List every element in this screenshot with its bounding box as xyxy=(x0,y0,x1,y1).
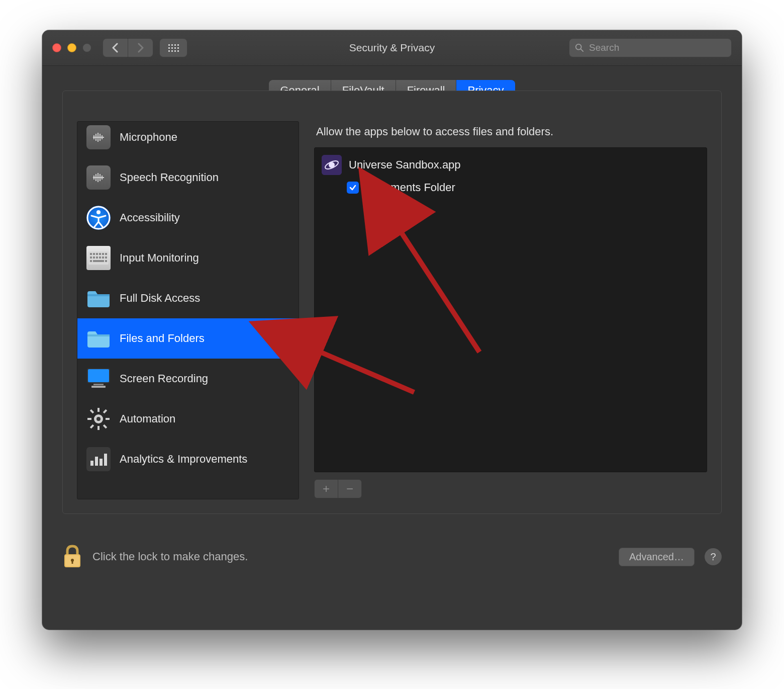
search-icon xyxy=(575,43,584,52)
lock-text: Click the lock to make changes. xyxy=(92,550,609,563)
sidebar-item-label: Full Disk Access xyxy=(120,292,200,305)
svg-rect-16 xyxy=(105,256,107,259)
svg-point-32 xyxy=(96,417,101,421)
svg-rect-5 xyxy=(90,253,92,255)
sidebar-item-label: Microphone xyxy=(120,131,177,144)
svg-point-39 xyxy=(329,162,335,168)
svg-rect-26 xyxy=(87,418,91,420)
app-permission-row[interactable]: Documents Folder xyxy=(347,181,700,194)
preferences-window: Security & Privacy General FileVault Fir… xyxy=(42,30,742,630)
svg-rect-17 xyxy=(90,260,92,262)
keyboard-icon xyxy=(86,246,111,270)
sidebar-item-label: Automation xyxy=(120,412,175,425)
svg-rect-8 xyxy=(99,253,101,255)
sidebar-item-full-disk-access[interactable]: Full Disk Access xyxy=(77,278,299,318)
add-remove-buttons: + − xyxy=(314,479,707,498)
svg-rect-22 xyxy=(91,386,106,388)
svg-rect-7 xyxy=(96,253,98,255)
forward-button[interactable] xyxy=(128,38,153,57)
minimize-window-button[interactable] xyxy=(67,43,76,52)
microphone-icon xyxy=(86,125,111,149)
svg-rect-19 xyxy=(105,260,107,262)
search-field[interactable] xyxy=(569,38,732,57)
svg-point-0 xyxy=(576,44,581,50)
sidebar-item-accessibility[interactable]: Accessibility xyxy=(77,198,299,238)
svg-rect-11 xyxy=(90,256,92,259)
app-name: Universe Sandbox.app xyxy=(349,158,461,171)
sidebar-item-label: Speech Recognition xyxy=(120,171,219,184)
svg-rect-13 xyxy=(96,256,98,259)
app-icon xyxy=(322,155,342,175)
svg-rect-6 xyxy=(93,253,95,255)
svg-rect-44 xyxy=(72,560,73,564)
svg-rect-21 xyxy=(93,384,104,385)
back-button[interactable] xyxy=(103,38,128,57)
zoom-window-button[interactable] xyxy=(82,43,91,52)
svg-rect-31 xyxy=(90,424,94,428)
traffic-lights xyxy=(52,43,91,52)
sidebar-item-files-and-folders[interactable]: Files and Folders xyxy=(77,318,299,359)
svg-rect-27 xyxy=(106,418,110,420)
gear-icon xyxy=(86,407,111,431)
grid-icon xyxy=(168,44,179,52)
show-all-button[interactable] xyxy=(159,38,187,57)
sidebar-item-label: Accessibility xyxy=(120,211,180,224)
svg-point-3 xyxy=(96,210,101,214)
remove-app-button[interactable]: − xyxy=(338,479,362,498)
svg-rect-14 xyxy=(99,256,101,259)
svg-rect-28 xyxy=(90,409,94,413)
bars-icon xyxy=(86,447,111,471)
sidebar-item-label: Files and Folders xyxy=(120,332,205,345)
sidebar-item-speech-recognition[interactable]: Speech Recognition xyxy=(77,157,299,198)
search-input[interactable] xyxy=(588,42,726,54)
svg-rect-24 xyxy=(97,408,100,412)
svg-rect-35 xyxy=(100,459,103,466)
sidebar-item-label: Input Monitoring xyxy=(120,251,199,265)
svg-rect-34 xyxy=(95,457,98,466)
sidebar-item-automation[interactable]: Automation xyxy=(77,399,299,439)
sidebar-item-microphone[interactable]: Microphone xyxy=(77,122,299,157)
svg-rect-20 xyxy=(87,369,110,383)
svg-rect-29 xyxy=(103,424,107,428)
privacy-category-list[interactable]: Microphone Speech Recognition xyxy=(77,121,299,499)
app-row[interactable]: Universe Sandbox.app xyxy=(322,155,700,175)
sidebar-item-input-monitoring[interactable]: Input Monitoring xyxy=(77,238,299,278)
titlebar: Security & Privacy xyxy=(42,30,742,66)
detail-pane: Allow the apps below to access files and… xyxy=(314,121,707,498)
svg-rect-15 xyxy=(102,256,104,259)
svg-rect-25 xyxy=(97,426,100,430)
sidebar-item-analytics[interactable]: Analytics & Improvements xyxy=(77,439,299,479)
sidebar-item-screen-recording[interactable]: Screen Recording xyxy=(77,359,299,399)
svg-rect-18 xyxy=(93,260,104,262)
folder-icon xyxy=(86,286,111,310)
svg-rect-12 xyxy=(93,256,95,259)
folder-icon xyxy=(86,326,111,351)
speech-icon xyxy=(86,165,111,190)
svg-rect-36 xyxy=(104,454,107,466)
sidebar-item-label: Analytics & Improvements xyxy=(120,453,247,466)
lock-row: Click the lock to make changes. Advanced… xyxy=(62,544,722,569)
permission-label: Documents Folder xyxy=(365,181,455,194)
svg-rect-10 xyxy=(105,253,107,255)
help-button[interactable]: ? xyxy=(705,548,722,565)
monitor-icon xyxy=(86,367,111,391)
svg-rect-9 xyxy=(102,253,104,255)
svg-rect-30 xyxy=(103,409,107,413)
accessibility-icon xyxy=(86,206,111,230)
svg-rect-33 xyxy=(90,461,93,466)
advanced-button[interactable]: Advanced… xyxy=(619,548,695,566)
sidebar-item-label: Screen Recording xyxy=(120,372,208,385)
detail-headline: Allow the apps below to access files and… xyxy=(316,125,707,138)
add-app-button[interactable]: + xyxy=(314,479,338,498)
privacy-panel: Microphone Speech Recognition xyxy=(62,91,722,514)
close-window-button[interactable] xyxy=(52,43,61,52)
app-access-list[interactable]: Universe Sandbox.app Documents Folder xyxy=(314,147,707,472)
permission-checkbox[interactable] xyxy=(347,182,359,194)
nav-back-forward xyxy=(103,38,153,57)
lock-icon[interactable] xyxy=(62,544,82,569)
svg-line-1 xyxy=(581,49,583,52)
